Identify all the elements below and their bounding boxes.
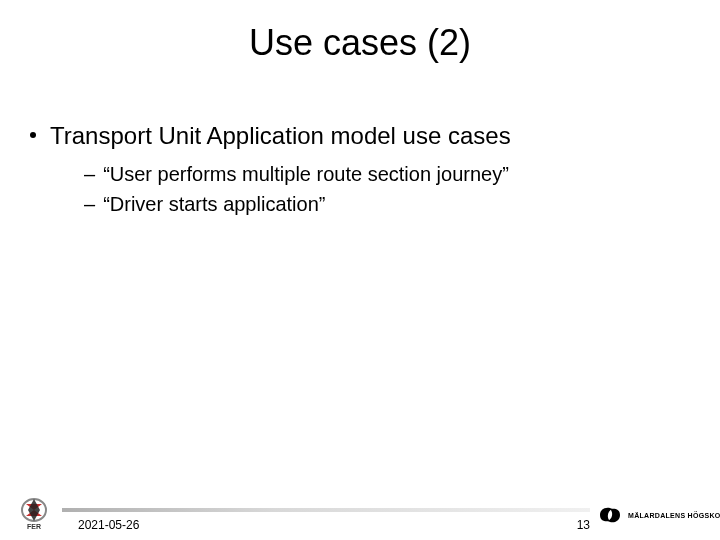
- slide-footer: FER 2021-05-26 13 MÄLARDALENS HÖGSKOLA: [0, 486, 720, 540]
- slide-title: Use cases (2): [0, 22, 720, 64]
- fer-logo-icon: FER: [14, 496, 54, 530]
- mdh-logo-text: MÄLARDALENS HÖGSKOLA: [628, 512, 720, 519]
- mdh-logo: MÄLARDALENS HÖGSKOLA: [596, 500, 708, 530]
- mdh-logo-icon: [596, 503, 624, 527]
- footer-date: 2021-05-26: [78, 518, 139, 532]
- dash-marker-icon: –: [84, 191, 95, 217]
- slide-content: Transport Unit Application model use cas…: [30, 120, 690, 221]
- page-number: 13: [577, 518, 590, 532]
- footer-divider: [62, 508, 590, 512]
- sub-bullet-item: – “User performs multiple route section …: [84, 161, 690, 187]
- bullet-marker-icon: [30, 132, 36, 138]
- sub-bullet-text: “User performs multiple route section jo…: [103, 161, 509, 187]
- dash-marker-icon: –: [84, 161, 95, 187]
- svg-text:FER: FER: [27, 523, 41, 530]
- bullet-item: Transport Unit Application model use cas…: [30, 120, 690, 151]
- bullet-text: Transport Unit Application model use cas…: [50, 120, 511, 151]
- slide: Use cases (2) Transport Unit Application…: [0, 0, 720, 540]
- sub-bullet-text: “Driver starts application”: [103, 191, 325, 217]
- sub-bullet-list: – “User performs multiple route section …: [84, 161, 690, 217]
- sub-bullet-item: – “Driver starts application”: [84, 191, 690, 217]
